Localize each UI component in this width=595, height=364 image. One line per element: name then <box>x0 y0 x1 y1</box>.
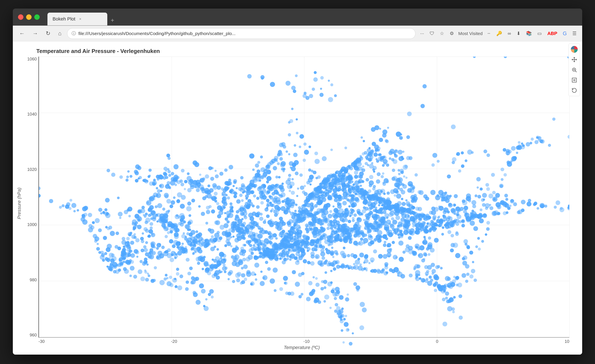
svg-point-417 <box>315 159 320 164</box>
back-button[interactable]: ← <box>17 29 27 38</box>
svg-point-2762 <box>326 236 330 239</box>
svg-point-851 <box>433 283 437 287</box>
reload-button[interactable]: ↻ <box>44 29 53 38</box>
svg-point-3194 <box>283 210 286 213</box>
svg-point-2410 <box>360 185 362 187</box>
svg-point-3217 <box>302 94 307 98</box>
svg-point-2316 <box>497 205 501 209</box>
svg-point-2348 <box>469 251 473 255</box>
svg-point-1309 <box>105 198 110 203</box>
svg-point-2761 <box>279 153 283 156</box>
pan-tool-button[interactable] <box>570 55 579 64</box>
settings-icon[interactable]: ⚙ <box>448 29 455 38</box>
svg-point-3146 <box>325 178 327 181</box>
svg-point-1976 <box>110 231 115 236</box>
svg-point-3203 <box>247 74 252 79</box>
menu-button[interactable]: ☰ <box>571 29 578 38</box>
svg-point-2825 <box>466 217 471 222</box>
svg-point-2971 <box>126 248 130 252</box>
svg-point-180 <box>348 205 351 207</box>
svg-point-1844 <box>397 234 400 236</box>
more-button[interactable]: ··· <box>419 29 425 38</box>
svg-point-2775 <box>370 270 372 272</box>
svg-point-1921 <box>256 173 261 177</box>
svg-point-2207 <box>157 178 159 181</box>
svg-point-1400 <box>186 232 189 235</box>
zoom-tool-button[interactable] <box>570 65 579 75</box>
svg-point-3048 <box>71 203 76 208</box>
svg-point-2764 <box>375 226 378 229</box>
svg-point-3069 <box>315 188 317 190</box>
svg-point-1804 <box>420 104 425 108</box>
svg-point-854 <box>144 271 147 274</box>
svg-point-2268 <box>320 252 325 257</box>
svg-point-3052 <box>361 194 366 198</box>
new-tab-button[interactable]: + <box>109 15 116 25</box>
svg-point-1977 <box>344 147 347 149</box>
svg-point-2756 <box>106 258 110 262</box>
infinity-icon[interactable]: ∞ <box>506 29 512 38</box>
svg-point-1739 <box>185 180 188 183</box>
traffic-lights <box>18 14 40 20</box>
svg-point-2486 <box>296 236 299 239</box>
svg-point-2087 <box>199 174 201 176</box>
address-bar[interactable]: ⓘ file:///Users/jessicarush/Documents/Co… <box>67 28 416 39</box>
svg-point-1822 <box>299 146 301 148</box>
svg-point-2922 <box>244 226 247 229</box>
svg-point-3176 <box>317 200 323 205</box>
chart-area <box>38 57 569 337</box>
tab-close-icon[interactable]: × <box>78 17 83 21</box>
chart-body: Pressure (hPa) <box>15 57 580 350</box>
svg-point-2904 <box>101 253 105 257</box>
box-zoom-button[interactable] <box>570 75 579 85</box>
sidebar-icon[interactable]: ▭ <box>536 29 543 38</box>
bookmark-icon[interactable]: ☆ <box>439 29 445 38</box>
maximize-button[interactable] <box>34 14 40 20</box>
svg-point-2572 <box>352 217 354 220</box>
svg-point-1863 <box>153 192 158 197</box>
svg-point-3097 <box>102 259 105 262</box>
svg-point-2646 <box>328 179 332 184</box>
svg-point-3066 <box>144 258 148 261</box>
svg-point-1727 <box>148 214 151 217</box>
svg-point-3158 <box>348 220 351 223</box>
svg-point-376 <box>294 235 297 238</box>
svg-point-1439 <box>442 322 447 326</box>
resizer-icon[interactable]: ↔ <box>486 30 492 37</box>
google-icon[interactable]: G <box>561 29 568 38</box>
svg-point-621 <box>310 183 312 185</box>
svg-point-3030 <box>284 235 288 239</box>
svg-point-1889 <box>142 206 145 209</box>
svg-point-2109 <box>295 282 300 287</box>
active-tab[interactable]: Bokeh Plot × <box>47 13 107 25</box>
forward-button[interactable]: → <box>30 29 40 38</box>
svg-point-2175 <box>539 139 543 143</box>
svg-point-3118 <box>227 216 230 218</box>
shield-icon[interactable]: 🛡 <box>428 29 436 38</box>
reset-button[interactable] <box>570 86 579 95</box>
svg-point-1455 <box>179 179 183 183</box>
svg-point-2297 <box>384 234 387 237</box>
svg-point-2346 <box>39 194 41 198</box>
svg-point-2287 <box>458 169 461 173</box>
svg-point-2834 <box>510 199 514 203</box>
svg-point-2383 <box>267 191 270 194</box>
svg-point-3202 <box>328 97 333 102</box>
svg-point-949 <box>212 274 216 278</box>
minimize-button[interactable] <box>26 14 32 20</box>
key-icon[interactable]: 🔑 <box>495 29 503 38</box>
svg-point-1562 <box>340 251 345 256</box>
svg-point-2247 <box>215 174 219 178</box>
svg-point-2252 <box>384 178 389 183</box>
addon-icon[interactable]: ABP <box>546 29 559 38</box>
svg-point-3161 <box>249 187 251 189</box>
home-button[interactable]: ⌂ <box>56 29 64 38</box>
svg-point-2343 <box>437 216 440 219</box>
download-icon[interactable]: ⬇ <box>515 29 522 38</box>
svg-point-2801 <box>198 205 201 208</box>
svg-point-2750 <box>401 190 405 194</box>
svg-point-2448 <box>263 185 265 187</box>
close-button[interactable] <box>18 14 23 20</box>
library-icon[interactable]: 📚 <box>525 29 533 38</box>
svg-point-3119 <box>301 208 303 210</box>
